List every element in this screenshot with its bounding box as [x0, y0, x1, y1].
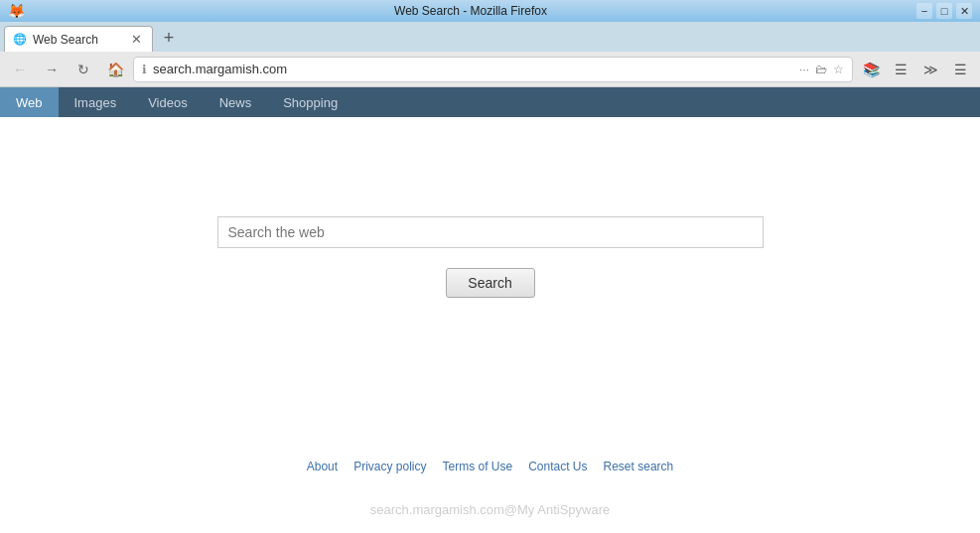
main-content: Search AboutPrivacy policyTerms of UseCo…: [0, 117, 980, 533]
search-nav-item-web[interactable]: Web: [0, 87, 59, 117]
new-tab-button[interactable]: +: [157, 26, 181, 50]
search-input[interactable]: [217, 216, 764, 248]
titlebar-controls: − □ ✕: [916, 3, 972, 19]
search-nav-item-news[interactable]: News: [204, 87, 268, 117]
close-button[interactable]: ✕: [956, 3, 972, 19]
reload-button[interactable]: ↻: [70, 56, 97, 83]
tab-close-button[interactable]: ✕: [129, 32, 144, 47]
menu-button[interactable]: ☰: [946, 56, 974, 83]
address-actions: ··· 🗁 ☆: [799, 63, 844, 76]
tabbar: 🌐 Web Search ✕ +: [0, 22, 980, 52]
titlebar-title: Web Search - Mozilla Firefox: [25, 4, 916, 18]
search-nav: WebImagesVideosNewsShopping: [0, 87, 980, 117]
footer-link-contact-us[interactable]: Contact Us: [528, 460, 587, 473]
search-button[interactable]: Search: [446, 268, 535, 298]
maximize-button[interactable]: □: [936, 3, 952, 19]
address-text: search.margamish.com: [153, 62, 793, 76]
tab-favicon: 🌐: [13, 33, 27, 46]
pocket-icon[interactable]: 🗁: [815, 63, 827, 76]
footer-link-about[interactable]: About: [307, 460, 338, 473]
tab-title: Web Search: [33, 33, 123, 47]
titlebar: 🦊 Web Search - Mozilla Firefox − □ ✕: [0, 0, 980, 22]
back-button[interactable]: ←: [6, 56, 34, 83]
lock-icon: ℹ: [142, 63, 147, 76]
search-nav-item-shopping[interactable]: Shopping: [267, 87, 353, 117]
bookmark-icon[interactable]: ☆: [833, 63, 844, 76]
footer-links: AboutPrivacy policyTerms of UseContact U…: [307, 460, 673, 473]
synced-tabs-button[interactable]: ☰: [887, 56, 914, 83]
navbar-right: 📚 ☰ ≫ ☰: [857, 56, 974, 83]
search-nav-item-images[interactable]: Images: [59, 87, 133, 117]
forward-button[interactable]: →: [38, 56, 66, 83]
overflow-button[interactable]: ≫: [916, 56, 944, 83]
footer-link-privacy-policy[interactable]: Privacy policy: [353, 460, 426, 473]
search-box-wrapper: Search: [217, 216, 764, 298]
firefox-icon: 🦊: [8, 3, 25, 19]
address-bar[interactable]: ℹ search.margamish.com ··· 🗁 ☆: [133, 57, 853, 82]
more-options-icon[interactable]: ···: [799, 63, 809, 76]
search-nav-item-videos[interactable]: Videos: [132, 87, 204, 117]
bottom-watermark: search.margamish.com@My AntiSpyware: [370, 502, 611, 517]
home-button[interactable]: 🏠: [101, 56, 129, 83]
library-button[interactable]: 📚: [857, 56, 885, 83]
footer-link-reset-search[interactable]: Reset search: [604, 460, 674, 473]
footer-link-terms-of-use[interactable]: Terms of Use: [442, 460, 512, 473]
active-tab[interactable]: 🌐 Web Search ✕: [4, 26, 153, 52]
navbar: ← → ↻ 🏠 ℹ search.margamish.com ··· 🗁 ☆ 📚…: [0, 52, 980, 87]
minimize-button[interactable]: −: [916, 3, 932, 19]
